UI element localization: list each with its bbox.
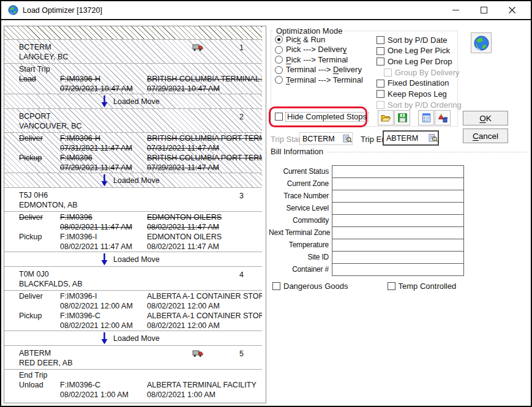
checkbox-sort-by-pd-date[interactable]: Sort by P/D Date <box>377 36 462 44</box>
cancel-button[interactable]: Cancel <box>463 129 508 143</box>
stop-city: VANCOUVER, BC <box>19 121 266 131</box>
stop-code: BCPORT <box>19 111 266 121</box>
temperature-input[interactable] <box>332 239 464 252</box>
stop-sequence-number: 3 <box>239 191 244 201</box>
window-title: Load Optimizer [13720] <box>23 6 102 15</box>
trip-end-field[interactable] <box>383 130 439 146</box>
globe-icon <box>473 35 490 51</box>
stop-activity: Pickup F:IM0396 BRITISH COLUMBIA PORT TE… <box>19 153 266 173</box>
radio-icon[interactable] <box>275 46 283 54</box>
radio-icon[interactable] <box>275 56 283 64</box>
site-id-input[interactable] <box>332 251 464 264</box>
checkbox-one-leg-per-pick[interactable]: One Leg Per Pick <box>377 47 462 55</box>
stop-activity: Load F:IM0396-H BRITISH COLUMBIA TERMINA… <box>19 74 266 94</box>
next-terminal-zone-input[interactable] <box>332 226 464 239</box>
checkbox-hide-completed-stops[interactable]: Hide Completed Stops <box>275 113 368 121</box>
save-icon <box>398 113 407 122</box>
report-button[interactable] <box>418 110 434 125</box>
checkbox-group-by-delivery: Group By Delivery <box>384 69 462 77</box>
close-icon <box>508 6 516 14</box>
radio-pick-and-run[interactable]: Pick & Run <box>275 35 363 43</box>
commodity-input[interactable] <box>332 214 464 227</box>
container-number-input[interactable] <box>332 263 464 276</box>
bill-row-site-id: Site ID <box>269 251 464 264</box>
checkbox-icon[interactable] <box>377 36 384 44</box>
report-icon <box>422 113 431 122</box>
radio-pick-to-delivery[interactable]: Pick ---> Delivery <box>275 46 363 54</box>
bill-row-next-terminal-zone: Next Terminal Zone <box>269 226 464 239</box>
trip-stops-panel[interactable]: BCTERM LANGLEY, BC 1 Start Trip Load F:I… <box>4 26 266 403</box>
load-optimizer-dialog: Load Optimizer [13720] BCTERM LANGLEY, B… <box>0 0 532 407</box>
checkbox-keep-repos-leg[interactable]: Keep Repos Leg <box>377 90 462 98</box>
shapes-icon <box>438 113 448 123</box>
checkbox-icon[interactable] <box>388 282 395 290</box>
checkbox-icon[interactable] <box>377 90 384 98</box>
truck-icon <box>192 43 203 51</box>
bill-row-service-level: Service Level <box>269 202 464 215</box>
close-button[interactable] <box>503 4 521 17</box>
checkbox-icon[interactable] <box>377 58 384 65</box>
radio-pick-to-terminal[interactable]: Pick ---> Terminal <box>275 56 363 64</box>
open-folder-icon <box>381 114 391 122</box>
service-level-input[interactable] <box>332 202 464 215</box>
bill-row-current-zone: Current Zone <box>269 177 464 190</box>
current-status-input[interactable] <box>332 165 464 178</box>
current-zone-input[interactable] <box>332 177 464 190</box>
bill-checkboxes: Dangerous Goods Temp Controlled <box>272 282 456 290</box>
radio-icon[interactable] <box>275 76 283 84</box>
trip-end-lookup-icon[interactable] <box>429 133 438 143</box>
optimization-checkbox-group: Sort by P/D Date One Leg Per Pick One Le… <box>377 36 462 109</box>
optimization-mode-label: Optimization Mode <box>274 26 345 35</box>
stop-activity: Deliver F:IM0396 EDMONTON OILERS 08/02/2… <box>19 212 266 232</box>
bill-information-label: Bill Information <box>271 147 323 156</box>
stop-activity: Pickup F:IM0396-I EDMONTON OILERS 08/02/… <box>19 232 266 252</box>
checkbox-icon[interactable] <box>272 282 280 290</box>
checkbox-temp-controlled[interactable]: Temp Controlled <box>388 282 457 290</box>
stop-t5j-0h6[interactable]: T5J 0H6 EDMONTON, AB 3 Deliver F:IM0396 … <box>4 188 266 252</box>
trip-boundary-label: End Trip <box>19 370 266 380</box>
stop-abterm[interactable]: ABTERM RED DEER, AB 5 End Trip Unload F:… <box>4 346 266 400</box>
open-button[interactable] <box>378 110 394 125</box>
map-view-button[interactable] <box>471 32 492 53</box>
app-globe-icon <box>8 5 18 15</box>
trip-end-input[interactable] <box>384 134 429 143</box>
checkbox-one-leg-per-drop[interactable]: One Leg Per Drop <box>377 58 462 65</box>
maximize-button[interactable] <box>475 4 493 17</box>
minimize-button[interactable] <box>447 4 465 17</box>
bill-row-temperature: Temperature <box>269 239 464 252</box>
checkbox-icon[interactable] <box>275 113 283 121</box>
radio-terminal-to-delivery[interactable]: Terminal ---> Delivery <box>275 66 363 74</box>
stop-sequence-number: 5 <box>239 349 244 359</box>
stop-bcterm[interactable]: BCTERM LANGLEY, BC 1 Start Trip Load F:I… <box>4 40 266 94</box>
trip-start-field[interactable] <box>299 132 353 145</box>
stop-city: LANGLEY, BC <box>19 52 266 62</box>
stop-bcport[interactable]: BCPORT VANCOUVER, BC 2 Deliver F:IM0396-… <box>4 109 266 173</box>
bill-row-commodity: Commodity <box>269 214 464 227</box>
stop-t0m-0j0[interactable]: T0M 0J0 BLACKFALDS, AB 4 Deliver F:IM039… <box>4 267 266 331</box>
down-arrow-icon <box>101 95 108 108</box>
loaded-move-separator: Loaded Move <box>4 173 266 188</box>
trip-start-lookup-icon[interactable] <box>343 134 352 143</box>
bill-fields: Current Status Current Zone Trace Number… <box>269 165 464 276</box>
save-button[interactable] <box>394 110 410 125</box>
radio-icon[interactable] <box>275 35 283 43</box>
trip-start-label: Trip Start <box>271 135 303 144</box>
trip-start-input[interactable] <box>300 135 343 143</box>
stop-activity: Deliver F:IM0396-H BRITISH COLUMBIA PORT… <box>19 133 266 153</box>
checkbox-fixed-destination[interactable]: Fixed Destination <box>377 80 462 88</box>
checkbox-icon <box>377 101 384 109</box>
shapes-button[interactable] <box>435 110 451 125</box>
minimize-icon <box>452 10 459 10</box>
checkbox-icon[interactable] <box>377 47 384 55</box>
radio-terminal-to-terminal[interactable]: Terminal ---> Terminal <box>275 76 363 84</box>
checkbox-dangerous-goods[interactable]: Dangerous Goods <box>272 282 348 290</box>
maximize-icon <box>481 7 487 13</box>
trace-number-input[interactable] <box>332 190 464 203</box>
truck-icon <box>192 349 203 357</box>
ok-button[interactable]: OK <box>463 111 508 125</box>
bill-row-current-status: Current Status <box>269 165 464 178</box>
checkbox-icon[interactable] <box>377 80 384 88</box>
stop-city: BLACKFALDS, AB <box>19 279 266 289</box>
stop-code: BCTERM <box>19 42 266 52</box>
radio-icon[interactable] <box>275 66 283 74</box>
